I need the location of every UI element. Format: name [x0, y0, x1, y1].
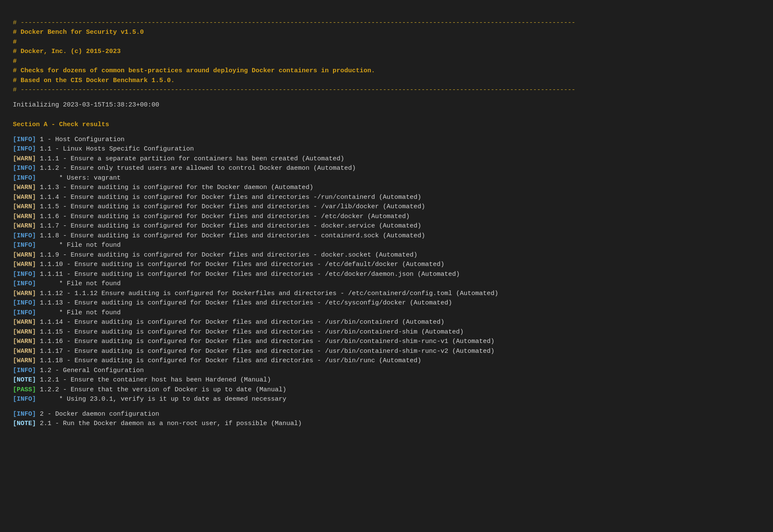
terminal-line: [WARN] 1.1.4 - Ensure auditing is config…	[13, 193, 760, 203]
terminal-line: [INFO] 1.1.2 - Ensure only trusted users…	[13, 164, 760, 174]
info-label: [INFO]	[13, 232, 36, 239]
terminal-line: [INFO] 1 - Host Configuration	[13, 135, 760, 145]
info-content: 1.1.2 - Ensure only trusted users are al…	[36, 165, 356, 172]
warn-label: [WARN]	[13, 251, 36, 259]
info-label: [INFO]	[13, 174, 36, 182]
info-label: [INFO]	[13, 271, 36, 278]
terminal-output: # --------------------------------------…	[13, 9, 760, 429]
header-text: #	[13, 38, 17, 46]
warn-content: 1.1.1 - Ensure a separate partition for …	[36, 155, 344, 163]
info-label: [INFO]	[13, 165, 36, 172]
terminal-line: [INFO] * File not found	[13, 279, 760, 289]
warn-content: 1.1.14 - Ensure auditing is configured f…	[36, 319, 444, 326]
warn-label: [WARN]	[13, 328, 36, 336]
pass-content: 1.2.2 - Ensure that the version of Docke…	[36, 386, 286, 393]
info-content: * Users: vagrant	[36, 174, 121, 182]
terminal-line	[13, 110, 760, 115]
warn-content: 1.1.12 - 1.1.12 Ensure auditing is confi…	[36, 290, 498, 297]
warn-label: [WARN]	[13, 357, 36, 364]
info-content: 1.2 - General Configuration	[36, 367, 144, 374]
terminal-line: [WARN] 1.1.15 - Ensure auditing is confi…	[13, 328, 760, 337]
header-text: # Based on the CIS Docker Benchmark 1.5.…	[13, 77, 175, 84]
warn-label: [WARN]	[13, 222, 36, 230]
terminal-line	[13, 405, 760, 410]
terminal-line: [WARN] 1.1.9 - Ensure auditing is config…	[13, 251, 760, 260]
terminal-line: [WARN] 1.1.3 - Ensure auditing is config…	[13, 183, 760, 193]
info-label: [INFO]	[13, 299, 36, 307]
separator-text: # --------------------------------------…	[13, 19, 575, 27]
note-label: [NOTE]	[13, 376, 36, 384]
warn-content: 1.1.17 - Ensure auditing is configured f…	[36, 348, 494, 355]
warn-label: [WARN]	[13, 348, 36, 355]
terminal-line: [WARN] 1.1.5 - Ensure auditing is config…	[13, 202, 760, 212]
info-label: [INFO]	[13, 367, 36, 374]
terminal-line: Section A - Check results	[13, 120, 760, 130]
terminal-line: [WARN] 1.1.7 - Ensure auditing is config…	[13, 222, 760, 231]
warn-label: [WARN]	[13, 213, 36, 220]
terminal-line: [INFO] 1.1 - Linux Hosts Specific Config…	[13, 145, 760, 154]
info-label: [INFO]	[13, 145, 36, 153]
note-content: 2.1 - Run the Docker daemon as a non-roo…	[36, 420, 302, 427]
warn-label: [WARN]	[13, 338, 36, 345]
warn-label: [WARN]	[13, 319, 36, 326]
terminal-line: [INFO] 1.1.11 - Ensure auditing is confi…	[13, 270, 760, 280]
info-content: * File not found	[36, 280, 121, 287]
warn-label: [WARN]	[13, 155, 36, 163]
terminal-line: #	[13, 57, 760, 67]
warn-content: 1.1.3 - Ensure auditing is configured fo…	[36, 184, 313, 191]
terminal-line: [INFO] * File not found	[13, 308, 760, 318]
header-text: # Checks for dozens of common best-pract…	[13, 67, 375, 74]
terminal-line: # Docker, Inc. (c) 2015-2023	[13, 47, 760, 57]
warn-label: [WARN]	[13, 290, 36, 297]
info-label: [INFO]	[13, 411, 36, 418]
terminal-line: [INFO] 1.1.8 - Ensure auditing is config…	[13, 231, 760, 241]
warn-content: 1.1.16 - Ensure auditing is configured f…	[36, 338, 494, 345]
terminal-line: [WARN] 1.1.18 - Ensure auditing is confi…	[13, 356, 760, 366]
terminal-line	[13, 95, 760, 100]
info-content: 1.1.11 - Ensure auditing is configured f…	[36, 271, 460, 278]
note-content: 1.2.1 - Ensure the container host has be…	[36, 376, 271, 384]
warn-content: 1.1.7 - Ensure auditing is configured fo…	[36, 222, 421, 230]
plain-text: Initializing 2023-03-15T15:38:23+00:00	[13, 101, 159, 109]
info-content: 1 - Host Configuration	[36, 136, 125, 143]
info-label: [INFO]	[13, 396, 36, 403]
info-label: [INFO]	[13, 136, 36, 143]
terminal-line: [INFO] * Users: vagrant	[13, 174, 760, 183]
terminal-line: #	[13, 38, 760, 47]
terminal-line	[13, 115, 760, 120]
warn-label: [WARN]	[13, 184, 36, 191]
terminal-line: # Docker Bench for Security v1.5.0	[13, 28, 760, 38]
info-label: [INFO]	[13, 242, 36, 249]
header-text: # Docker Bench for Security v1.5.0	[13, 29, 144, 36]
info-content: * File not found	[36, 242, 121, 249]
note-label: [NOTE]	[13, 420, 36, 427]
terminal-line: [WARN] 1.1.1 - Ensure a separate partiti…	[13, 154, 760, 164]
header-text: # Docker, Inc. (c) 2015-2023	[13, 48, 121, 55]
terminal-line: # --------------------------------------…	[13, 18, 760, 28]
terminal-line: [INFO] 1.2 - General Configuration	[13, 366, 760, 376]
info-content: 1.1.13 - Ensure auditing is configured f…	[36, 299, 452, 307]
warn-content: 1.1.5 - Ensure auditing is configured fo…	[36, 203, 425, 210]
terminal-line: # --------------------------------------…	[13, 86, 760, 95]
terminal-line: [WARN] 1.1.17 - Ensure auditing is confi…	[13, 347, 760, 357]
info-label: [INFO]	[13, 309, 36, 316]
warn-label: [WARN]	[13, 194, 36, 201]
info-content: 1.1 - Linux Hosts Specific Configuration	[36, 145, 194, 153]
pass-label: [PASS]	[13, 386, 36, 393]
terminal-line	[13, 130, 760, 135]
terminal-line: # Based on the CIS Docker Benchmark 1.5.…	[13, 76, 760, 86]
info-label: [INFO]	[13, 280, 36, 287]
terminal-line: [PASS] 1.2.2 - Ensure that the version o…	[13, 385, 760, 395]
warn-label: [WARN]	[13, 261, 36, 268]
info-content: 2 - Docker daemon configuration	[36, 411, 159, 418]
terminal-line: [INFO] * File not found	[13, 241, 760, 251]
terminal-line: [WARN] 1.1.14 - Ensure auditing is confi…	[13, 318, 760, 328]
info-content: * Using 23.0.1, verify is it up to date …	[36, 396, 286, 403]
info-content: 1.1.8 - Ensure auditing is configured fo…	[36, 232, 425, 239]
terminal-line: [WARN] 1.1.12 - 1.1.12 Ensure auditing i…	[13, 289, 760, 299]
warn-label: [WARN]	[13, 203, 36, 210]
terminal-line: [WARN] 1.1.16 - Ensure auditing is confi…	[13, 337, 760, 347]
terminal-line: # Checks for dozens of common best-pract…	[13, 66, 760, 76]
terminal-line: [NOTE] 2.1 - Run the Docker daemon as a …	[13, 419, 760, 429]
terminal-line: [WARN] 1.1.6 - Ensure auditing is config…	[13, 212, 760, 222]
